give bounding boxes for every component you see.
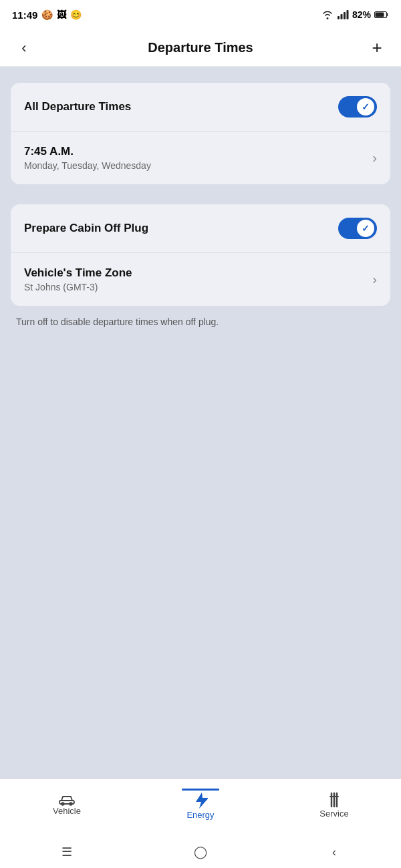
tab-energy-label: Energy (186, 810, 214, 820)
main-content: All Departure Times ✓ 7:45 A.M. Monday, … (0, 67, 401, 779)
service-icon (325, 791, 343, 809)
page-title: Departure Times (148, 40, 253, 55)
svg-rect-0 (338, 16, 340, 19)
status-icon-3: 😊 (70, 9, 82, 20)
departure-time-days: Monday, Tuesday, Wednesday (24, 160, 151, 171)
status-bar: 11:49 🍪 🖼 😊 82% (0, 0, 401, 29)
vehicle-icon (57, 791, 76, 806)
departure-times-card: All Departure Times ✓ 7:45 A.M. Monday, … (11, 83, 390, 184)
tab-service[interactable]: Service (307, 789, 361, 819)
timezone-title: Vehicle's Time Zone (24, 266, 132, 280)
timezone-detail-row[interactable]: Vehicle's Time Zone St Johns (GMT-3) › (11, 252, 390, 306)
departure-time-title: 7:45 A.M. (24, 145, 151, 158)
svg-rect-3 (346, 10, 348, 19)
status-time-area: 11:49 🍪 🖼 😊 (12, 9, 82, 21)
battery-icon (374, 11, 389, 19)
section-gap-1 (11, 188, 390, 204)
timezone-value: St Johns (GMT-3) (24, 282, 132, 292)
svg-rect-1 (340, 14, 342, 19)
prepare-cabin-row: Prepare Cabin Off Plug ✓ (11, 204, 390, 252)
android-menu-button[interactable]: ☰ (47, 845, 87, 859)
energy-icon (193, 791, 208, 810)
cabin-plug-card: Prepare Cabin Off Plug ✓ Vehicle's Time … (11, 204, 390, 306)
tab-vehicle[interactable]: Vehicle (40, 789, 94, 816)
status-indicators: 82% (321, 9, 389, 20)
svg-rect-2 (344, 12, 346, 19)
tab-vehicle-label: Vehicle (53, 806, 81, 816)
tab-energy[interactable]: Energy (174, 789, 227, 820)
back-button[interactable]: ‹ (12, 39, 36, 57)
svg-rect-5 (376, 13, 384, 17)
top-nav: ‹ Departure Times + (0, 29, 401, 67)
android-nav-bar: ☰ ◯ ‹ (0, 839, 401, 868)
battery-text: 82% (352, 9, 371, 20)
departure-time-detail-row[interactable]: 7:45 A.M. Monday, Tuesday, Wednesday › (11, 131, 390, 184)
prepare-cabin-toggle[interactable]: ✓ (338, 218, 377, 239)
android-back-button[interactable]: ‹ (314, 845, 354, 859)
signal-icon (337, 10, 349, 19)
prepare-cabin-label: Prepare Cabin Off Plug (24, 222, 148, 235)
all-departure-times-label: All Departure Times (24, 100, 131, 114)
all-departure-times-toggle[interactable]: ✓ (338, 96, 377, 118)
status-icon-2: 🖼 (57, 9, 66, 20)
wifi-icon (321, 10, 333, 19)
toggle-check-icon-2: ✓ (362, 223, 370, 234)
all-departure-times-row: All Departure Times ✓ (11, 83, 390, 131)
chevron-right-icon-2: › (372, 272, 377, 287)
hint-text: Turn off to disable departure times when… (11, 310, 390, 327)
toggle-check-icon: ✓ (362, 101, 370, 112)
tab-service-label: Service (319, 809, 348, 819)
status-icon-1: 🍪 (41, 9, 53, 20)
android-home-button[interactable]: ◯ (180, 845, 221, 859)
tab-bar: Vehicle Energy Service (0, 779, 401, 839)
tab-active-indicator (182, 789, 219, 791)
status-time: 11:49 (12, 9, 37, 21)
chevron-right-icon: › (372, 150, 377, 166)
add-button[interactable]: + (365, 37, 389, 58)
